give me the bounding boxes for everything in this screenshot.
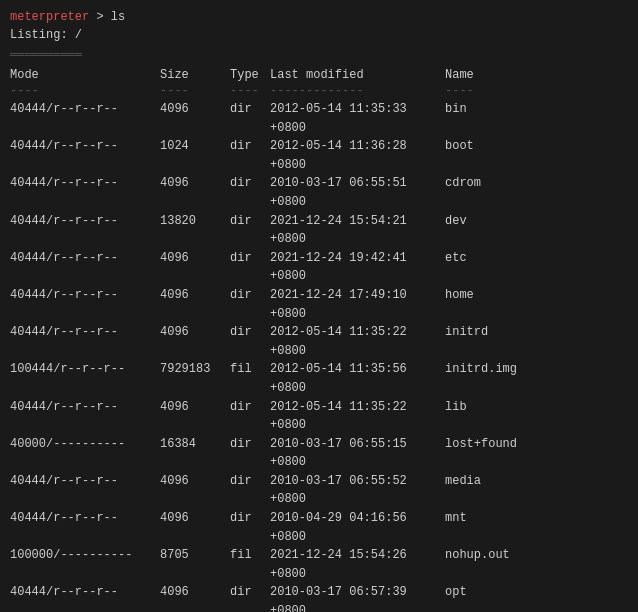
file-date: 2010-03-17 06:55:51 +0800 xyxy=(270,174,445,211)
file-size: 4096 xyxy=(160,472,230,509)
file-date: 2021-12-24 19:42:41 +0800 xyxy=(270,249,445,286)
file-name: etc xyxy=(445,249,467,286)
table-row: 40444/r--r--r-- 4096 dir 2012-05-14 11:3… xyxy=(10,100,628,137)
header-mode: Mode xyxy=(10,68,160,82)
file-name: initrd.img xyxy=(445,360,517,397)
file-mode: 40444/r--r--r-- xyxy=(10,137,160,174)
file-name: lost+found xyxy=(445,435,517,472)
file-name: bin xyxy=(445,100,467,137)
file-size: 16384 xyxy=(160,435,230,472)
header-name: Name xyxy=(445,68,474,82)
table-row: 40444/r--r--r-- 4096 dir 2010-03-17 06:5… xyxy=(10,472,628,509)
header-type: Type xyxy=(230,68,270,82)
table-row: 100000/---------- 8705 fil 2021-12-24 15… xyxy=(10,546,628,583)
file-size: 4096 xyxy=(160,249,230,286)
file-size: 4096 xyxy=(160,323,230,360)
table-row: 40444/r--r--r-- 1024 dir 2012-05-14 11:3… xyxy=(10,137,628,174)
file-type: dir xyxy=(230,137,270,174)
file-name: opt xyxy=(445,583,467,612)
file-date: 2012-05-14 11:35:22 +0800 xyxy=(270,323,445,360)
table-row: 40444/r--r--r-- 4096 dir 2021-12-24 17:4… xyxy=(10,286,628,323)
file-type: dir xyxy=(230,212,270,249)
file-name: boot xyxy=(445,137,474,174)
file-size: 4096 xyxy=(160,398,230,435)
file-list: 40444/r--r--r-- 4096 dir 2012-05-14 11:3… xyxy=(10,100,628,612)
file-name: initrd xyxy=(445,323,488,360)
table-row: 40000/---------- 16384 dir 2010-03-17 06… xyxy=(10,435,628,472)
file-size: 1024 xyxy=(160,137,230,174)
file-mode: 40444/r--r--r-- xyxy=(10,174,160,211)
file-type: dir xyxy=(230,509,270,546)
header-underline: ---- ---- ---- ------------- ---- xyxy=(10,84,628,98)
table-row: 40444/r--r--r-- 4096 dir 2012-05-14 11:3… xyxy=(10,398,628,435)
file-size: 4096 xyxy=(160,509,230,546)
table-row: 40444/r--r--r-- 4096 dir 2010-03-17 06:5… xyxy=(10,583,628,612)
file-type: dir xyxy=(230,323,270,360)
underline-date: ------------- xyxy=(270,84,445,98)
file-date: 2010-03-17 06:57:39 +0800 xyxy=(270,583,445,612)
prompt-line: meterpreter > ls xyxy=(10,8,628,26)
underline-type: ---- xyxy=(230,84,270,98)
file-size: 7929183 xyxy=(160,360,230,397)
file-date: 2010-04-29 04:16:56 +0800 xyxy=(270,509,445,546)
table-row: 40444/r--r--r-- 13820 dir 2021-12-24 15:… xyxy=(10,212,628,249)
file-size: 4096 xyxy=(160,174,230,211)
underline-mode: ---- xyxy=(10,84,160,98)
prompt-arrow: > xyxy=(89,10,111,24)
table-row: 100444/r--r--r-- 7929183 fil 2012-05-14 … xyxy=(10,360,628,397)
file-date: 2012-05-14 11:35:56 +0800 xyxy=(270,360,445,397)
file-name: mnt xyxy=(445,509,467,546)
file-type: dir xyxy=(230,286,270,323)
file-date: 2012-05-14 11:36:28 +0800 xyxy=(270,137,445,174)
file-mode: 40000/---------- xyxy=(10,435,160,472)
table-header: Mode Size Type Last modified Name xyxy=(10,68,628,82)
file-date: 2010-03-17 06:55:15 +0800 xyxy=(270,435,445,472)
header-last-modified: Last modified xyxy=(270,68,445,82)
file-type: dir xyxy=(230,249,270,286)
table-row: 40444/r--r--r-- 4096 dir 2021-12-24 19:4… xyxy=(10,249,628,286)
file-mode: 40444/r--r--r-- xyxy=(10,286,160,323)
file-type: dir xyxy=(230,583,270,612)
command-ls: ls xyxy=(111,10,125,24)
underline-size: ---- xyxy=(160,84,230,98)
file-name: lib xyxy=(445,398,467,435)
table-row: 40444/r--r--r-- 4096 dir 2010-04-29 04:1… xyxy=(10,509,628,546)
file-date: 2021-12-24 17:49:10 +0800 xyxy=(270,286,445,323)
file-mode: 100000/---------- xyxy=(10,546,160,583)
file-size: 8705 xyxy=(160,546,230,583)
prompt-meterpreter: meterpreter xyxy=(10,10,89,24)
file-size: 4096 xyxy=(160,286,230,323)
file-date: 2012-05-14 11:35:33 +0800 xyxy=(270,100,445,137)
file-date: 2021-12-24 15:54:21 +0800 xyxy=(270,212,445,249)
file-mode: 40444/r--r--r-- xyxy=(10,583,160,612)
top-divider: ══════════ xyxy=(10,46,628,64)
file-name: cdrom xyxy=(445,174,481,211)
table-row: 40444/r--r--r-- 4096 dir 2012-05-14 11:3… xyxy=(10,323,628,360)
file-mode: 100444/r--r--r-- xyxy=(10,360,160,397)
file-mode: 40444/r--r--r-- xyxy=(10,100,160,137)
file-type: fil xyxy=(230,360,270,397)
underline-name: ---- xyxy=(445,84,474,98)
file-name: nohup.out xyxy=(445,546,510,583)
file-mode: 40444/r--r--r-- xyxy=(10,509,160,546)
file-type: dir xyxy=(230,472,270,509)
listing-path: Listing: / xyxy=(10,26,628,44)
file-date: 2021-12-24 15:54:26 +0800 xyxy=(270,546,445,583)
file-size: 4096 xyxy=(160,583,230,612)
file-mode: 40444/r--r--r-- xyxy=(10,398,160,435)
file-mode: 40444/r--r--r-- xyxy=(10,323,160,360)
table-row: 40444/r--r--r-- 4096 dir 2010-03-17 06:5… xyxy=(10,174,628,211)
file-type: dir xyxy=(230,100,270,137)
file-date: 2012-05-14 11:35:22 +0800 xyxy=(270,398,445,435)
file-mode: 40444/r--r--r-- xyxy=(10,249,160,286)
file-name: dev xyxy=(445,212,467,249)
file-size: 4096 xyxy=(160,100,230,137)
file-type: fil xyxy=(230,546,270,583)
header-size: Size xyxy=(160,68,230,82)
file-type: dir xyxy=(230,398,270,435)
file-size: 13820 xyxy=(160,212,230,249)
file-name: media xyxy=(445,472,481,509)
file-type: dir xyxy=(230,174,270,211)
file-date: 2010-03-17 06:55:52 +0800 xyxy=(270,472,445,509)
file-type: dir xyxy=(230,435,270,472)
